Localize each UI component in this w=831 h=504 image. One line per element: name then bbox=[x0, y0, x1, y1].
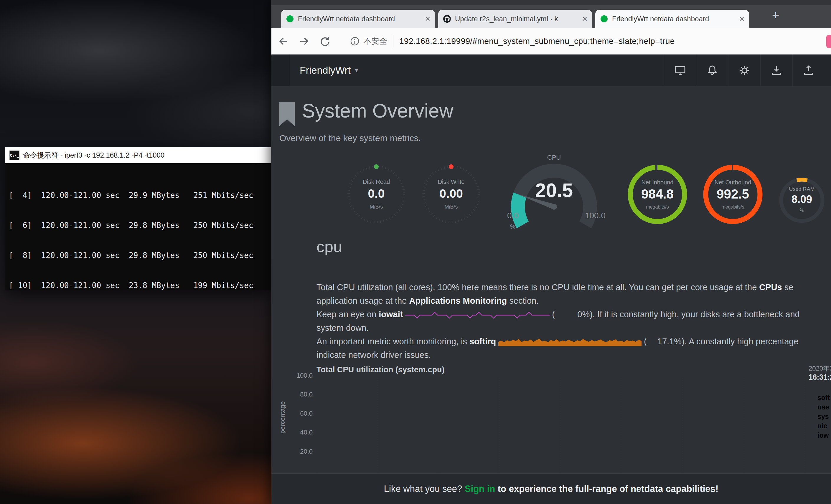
legend-item-user[interactable]: use bbox=[809, 403, 829, 411]
tab-close-icon[interactable]: × bbox=[739, 14, 744, 23]
help-text: se bbox=[782, 283, 794, 292]
import-button[interactable] bbox=[793, 55, 825, 86]
gauge-value: 20.5 bbox=[498, 179, 610, 202]
gauge-label: Disk Write bbox=[420, 178, 482, 185]
help-line: indicate network driver issues. bbox=[316, 348, 831, 362]
cpu-utilization-chart[interactable] bbox=[316, 378, 805, 473]
gauge-unit: megabits/s bbox=[627, 204, 688, 210]
iowait-value: 0% bbox=[555, 307, 590, 321]
help-text: An important metric worth monitoring, is bbox=[316, 337, 469, 346]
security-label: 不安全 bbox=[363, 36, 387, 47]
settings-button[interactable] bbox=[728, 55, 760, 86]
signin-banner: Like what you see? Sign in to experience… bbox=[271, 473, 831, 504]
url-field[interactable]: 192.168.2.1:19999/#menu_system_submenu_c… bbox=[399, 36, 675, 46]
disk-write-gauge[interactable]: Disk Write 0.00 MiB/s bbox=[420, 162, 482, 226]
legend-label: soft bbox=[818, 394, 830, 402]
forward-button[interactable] bbox=[295, 33, 313, 50]
print-view-button[interactable] bbox=[664, 55, 696, 86]
help-text: ). bbox=[682, 337, 687, 346]
ytick-label: 40.0 bbox=[282, 428, 313, 436]
help-text: ( bbox=[644, 337, 647, 346]
cpus-link[interactable]: CPUs bbox=[759, 283, 782, 292]
used-ram-gauge[interactable]: Used RAM 8.09 % bbox=[777, 174, 827, 226]
softirq-sparkline bbox=[498, 337, 641, 346]
ytick-label: 20.0 bbox=[282, 448, 313, 455]
netdata-navbar: FriendlyWrt ▾ bbox=[271, 55, 831, 86]
navbar-icon-group bbox=[664, 55, 825, 86]
net-inbound-gauge[interactable]: Net Inbound 984.8 megabits/s bbox=[627, 162, 688, 226]
export-button[interactable] bbox=[760, 55, 793, 86]
legend-item-softirq[interactable]: soft bbox=[809, 393, 830, 402]
iowait-term: iowait bbox=[379, 309, 403, 319]
help-line: Total CPU utilization (all cores). 100% … bbox=[316, 280, 831, 294]
page-title: System Overview bbox=[302, 99, 453, 122]
legend-label: nic bbox=[818, 422, 827, 430]
host-dropdown[interactable]: FriendlyWrt ▾ bbox=[300, 55, 358, 86]
legend-swatch bbox=[809, 433, 814, 438]
tab-title: FriendlyWrt netdata dashboard bbox=[298, 15, 421, 23]
tab-title: FriendlyWrt netdata dashboard bbox=[612, 15, 735, 23]
gauge-unit: % bbox=[777, 207, 827, 213]
reload-icon bbox=[319, 35, 331, 48]
legend-swatch bbox=[809, 414, 814, 419]
softirq-value: 17.1% bbox=[647, 335, 682, 348]
cpu-gauge[interactable]: CPU 20.5 0.0 100.0 % bbox=[498, 153, 610, 233]
help-text: ). bbox=[590, 309, 595, 319]
gear-icon bbox=[738, 64, 750, 77]
legend-swatch bbox=[809, 423, 814, 429]
help-text: application usage at the bbox=[316, 296, 409, 305]
applications-monitoring-link[interactable]: Applications Monitoring bbox=[409, 296, 507, 305]
browser-window: FriendlyWrt netdata dashboard × Update r… bbox=[271, 0, 831, 504]
download-icon bbox=[770, 64, 783, 77]
disk-read-gauge[interactable]: Disk Read 0.0 MiB/s bbox=[345, 162, 407, 226]
legend-item-nice[interactable]: nic bbox=[809, 422, 827, 430]
netdata-favicon bbox=[600, 15, 608, 23]
banner-text: Like what you see? bbox=[384, 484, 465, 494]
browser-tab-1[interactable]: FriendlyWrt netdata dashboard × bbox=[281, 10, 435, 28]
terminal-line: [ 10] 120.00-121.00 sec 23.8 MBytes 199 … bbox=[9, 280, 271, 291]
bell-icon bbox=[706, 64, 718, 77]
back-button[interactable] bbox=[275, 33, 292, 50]
gauge-unit: megabits/s bbox=[702, 204, 764, 210]
iowait-sparkline bbox=[405, 311, 550, 319]
tab-close-icon[interactable]: × bbox=[582, 14, 587, 23]
browser-tab-3-active[interactable]: FriendlyWrt netdata dashboard × bbox=[595, 10, 749, 28]
tab-close-icon[interactable]: × bbox=[425, 14, 430, 23]
chart-date: 2020年3 bbox=[809, 364, 831, 373]
legend-item-iowait[interactable]: iow bbox=[809, 431, 829, 440]
terminal-title: 命令提示符 - iperf3 -c 192.168.1.2 -P4 -t1000 bbox=[23, 150, 165, 160]
sign-in-link[interactable]: Sign in bbox=[465, 484, 495, 494]
gauge-value: 0.0 bbox=[345, 187, 407, 201]
terminal-line: [ 8] 120.00-121.00 sec 29.8 MBytes 250 M… bbox=[9, 250, 271, 260]
gauge-value: 8.09 bbox=[777, 193, 827, 206]
legend-item-system[interactable]: sys bbox=[809, 412, 829, 421]
ytick-label: 80.0 bbox=[282, 391, 313, 398]
gauge-label: Used RAM bbox=[777, 186, 827, 192]
net-outbound-gauge[interactable]: Net Outbound 992.5 megabits/s bbox=[702, 162, 764, 226]
forward-icon bbox=[298, 36, 310, 47]
legend-swatch bbox=[809, 404, 814, 410]
extension-icon[interactable] bbox=[826, 35, 831, 48]
gauge-value: 0.00 bbox=[420, 187, 482, 201]
softirq-term: softirq bbox=[469, 337, 496, 346]
gauge-min: 0.0 bbox=[507, 211, 519, 220]
alarms-button[interactable] bbox=[696, 55, 728, 86]
help-text: If it is constantly high, your disks are… bbox=[595, 309, 800, 319]
github-favicon bbox=[443, 15, 451, 23]
site-security-chip[interactable]: 不安全 bbox=[350, 36, 387, 47]
reload-button[interactable] bbox=[316, 33, 333, 50]
help-text: section. bbox=[507, 296, 539, 305]
chevron-down-icon: ▾ bbox=[355, 66, 358, 74]
help-text: system down. bbox=[316, 323, 369, 332]
new-tab-button[interactable]: + bbox=[767, 7, 784, 24]
legend-label: sys bbox=[818, 413, 829, 421]
sidebar-toggle-area[interactable] bbox=[271, 55, 290, 86]
upload-icon bbox=[802, 64, 815, 77]
help-line: system down. bbox=[316, 321, 831, 335]
browser-tab-2[interactable]: Update r2s_lean_minimal.yml · k × bbox=[438, 10, 592, 28]
back-icon bbox=[277, 36, 290, 47]
gauge-unit: MiB/s bbox=[345, 204, 407, 210]
terminal-titlebar[interactable]: C:\_ 命令提示符 - iperf3 -c 192.168.1.2 -P4 -… bbox=[5, 147, 271, 163]
chart-time: 16:31:2 bbox=[809, 373, 831, 382]
monitor-icon bbox=[674, 64, 686, 77]
